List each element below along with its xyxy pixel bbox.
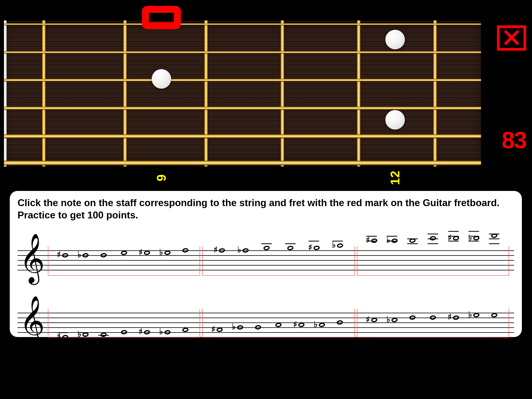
inlay-dot [385,110,405,129]
whole-note-icon [263,245,270,250]
flat-icon: ♭ [159,247,163,257]
string-4[interactable] [4,107,481,109]
staff-measure[interactable]: ♯♭♯♭ [202,309,355,338]
whole-note-icon [182,327,189,332]
whole-note-icon [242,248,249,253]
staff-note[interactable] [101,253,107,257]
staff-note[interactable]: ♯ [139,328,150,337]
whole-note-icon [453,315,459,320]
whole-note-icon [473,313,480,318]
sharp-icon: ♯ [139,247,143,257]
flat-icon: ♭ [386,315,390,324]
staff-note[interactable] [491,234,497,238]
staff-note[interactable] [182,328,189,332]
sharp-icon: ♯ [211,324,215,334]
staff-note[interactable] [491,313,497,317]
staff-note[interactable]: ♯ [214,246,225,255]
staff-note[interactable]: ♭ [232,323,243,332]
sharp-icon: ♯ [139,327,143,336]
string-3[interactable] [4,79,481,81]
staff-note[interactable]: ♭ [468,233,480,243]
staff-note[interactable]: ♭ [159,248,171,257]
sharp-icon: ♯ [293,319,297,329]
staff-note[interactable] [121,251,127,255]
target-marker [142,6,181,29]
staff-note[interactable]: ♭ [77,330,89,339]
fretboard: 9 12 [4,20,481,167]
whole-note-icon [144,330,150,335]
staff-note[interactable]: ♯ [366,315,377,325]
staff-note[interactable]: ♭ [386,236,398,245]
fret-label: 12 [388,170,402,185]
staff-note[interactable]: ♭ [314,320,325,330]
whole-note-icon [82,253,89,258]
whole-note-icon [255,325,261,330]
sharp-icon: ♯ [57,250,61,259]
staff-panel: Click the note on the staff correspondin… [10,191,522,337]
whole-note-icon [218,248,225,253]
fretboard-surface[interactable] [4,20,481,167]
staff-note[interactable]: ♭ [159,328,171,337]
staff-note[interactable]: ♯ [448,313,459,322]
whole-note-icon [62,253,69,258]
whole-note-icon [371,317,378,322]
staff-note[interactable]: ♭ [237,246,249,255]
fret-label: 9 [154,174,169,181]
fret-bar [433,20,437,167]
flat-icon: ♭ [77,250,81,259]
staff-note[interactable] [182,248,189,252]
staff-measure[interactable]: ♯♭♯♭ [357,309,509,338]
staff-note[interactable]: ♭ [332,241,343,250]
string-2[interactable] [4,51,481,53]
whole-note-icon [182,248,189,253]
staff-note[interactable]: ♯ [57,332,68,342]
staff-note[interactable] [409,315,416,320]
flat-icon: ♭ [237,245,241,254]
staff-row: 𝄞 ♯♭♯♭ ♯♭♯♭ ♯♭♯♭ [18,291,514,346]
staff-note[interactable] [263,246,270,250]
staff-note[interactable] [287,246,293,250]
staff-note[interactable] [255,325,261,329]
staff-area[interactable]: 𝄞 ♯♭♯♭ ♯♭♯♭ ♯♭♯♭ 𝄞 ♯♭♯♭ ♯♭♯♭ ♯♭♯♭ [18,229,514,346]
staff-note[interactable] [409,238,416,243]
sharp-icon: ♯ [366,315,370,324]
string-5[interactable] [4,135,481,138]
staff-note[interactable] [337,320,343,325]
sharp-icon: ♯ [214,245,217,254]
staff-note[interactable]: ♯ [139,248,150,257]
staff-note[interactable]: ♭ [468,310,480,320]
fret-bar [42,20,45,167]
staff-measure[interactable]: ♯♭♯♭ [48,309,200,338]
staff-measure[interactable]: ♯♭♯♭ [357,246,509,276]
string-6[interactable] [4,161,481,165]
staff-note[interactable]: ♯ [57,251,68,260]
whole-note-icon [337,243,343,248]
staff-note[interactable]: ♯ [366,236,377,245]
staff-note[interactable]: ♯ [211,325,223,335]
staff-note[interactable]: ♭ [77,251,89,260]
fret-bar [123,20,127,167]
staff-note[interactable] [430,236,436,240]
whole-note-icon [275,322,282,327]
whole-note-icon [100,253,107,258]
staff-note[interactable] [121,330,127,334]
staff-note[interactable] [101,333,107,337]
fret-bar [281,20,284,167]
sharp-icon: ♯ [448,312,452,322]
staff-note[interactable]: ♯ [293,320,304,330]
staff-note[interactable]: ♯ [308,243,320,253]
staff-measure[interactable]: ♯♭♯♭ [48,246,200,276]
whole-note-icon [287,245,294,250]
whole-note-icon [164,250,171,255]
staff-note[interactable] [430,315,436,320]
close-button[interactable] [497,25,526,51]
staff-note[interactable] [275,323,282,327]
sharp-icon: ♯ [308,242,312,252]
staff-measure[interactable]: ♯♭♯♭ [202,246,355,276]
flat-icon: ♭ [468,309,472,319]
whole-note-icon [237,325,243,330]
staff-note[interactable]: ♭ [386,315,398,325]
string-1[interactable] [4,23,481,25]
staff-note[interactable]: ♯ [448,233,459,243]
whole-note-icon [62,335,69,340]
